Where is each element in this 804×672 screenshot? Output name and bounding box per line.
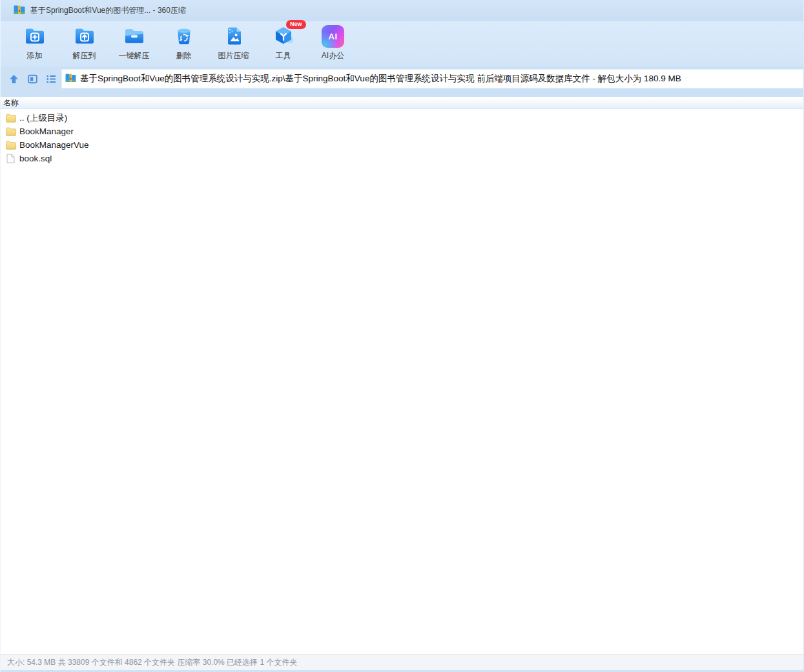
one-click-extract-button[interactable]: 一键解压 (109, 21, 159, 61)
folder-plus-icon (23, 24, 47, 48)
folder-oneclick-icon (122, 24, 147, 48)
toolbar-button-label: 解压到 (73, 50, 96, 61)
list-view-button[interactable] (45, 73, 57, 85)
add-button[interactable]: 添加 (10, 21, 59, 61)
path-field[interactable]: 基于SpringBoot和Vue的图书管理系统设计与实现.zip\基于Sprin… (61, 69, 803, 88)
folder-icon (5, 127, 16, 136)
file-name: .. (上级目录) (19, 112, 67, 124)
app-window: 基于SpringBoot和Vue的图书管理... - 360压缩 添加 (0, 0, 804, 672)
tools-button[interactable]: New 工具 (258, 21, 308, 61)
window-title: 基于SpringBoot和Vue的图书管理... - 360压缩 (30, 5, 186, 16)
folder-icon (5, 114, 16, 123)
toolbar-button-label: 添加 (27, 50, 43, 61)
delete-button[interactable]: 删除 (159, 21, 209, 61)
folder-view-button[interactable] (26, 73, 38, 85)
status-bar: 大小: 54.3 MB 共 33809 个文件和 4862 个文件夹 压缩率 3… (1, 654, 803, 670)
file-icon (5, 154, 16, 163)
list-item-file[interactable]: book.sql (1, 152, 803, 165)
title-bar: 基于SpringBoot和Vue的图书管理... - 360压缩 (1, 0, 803, 21)
address-bar: 基于SpringBoot和Vue的图书管理系统设计与实现.zip\基于Sprin… (1, 66, 803, 97)
toolbar-button-label: 一键解压 (119, 50, 150, 61)
file-name: BookManagerVue (19, 140, 89, 150)
zip-file-icon (65, 73, 76, 85)
status-text: 大小: 54.3 MB 共 33809 个文件和 4862 个文件夹 压缩率 3… (7, 657, 297, 668)
main-toolbar: 添加 解压到 一键解压 (1, 21, 803, 66)
toolbar-button-label: AI办公 (322, 50, 344, 61)
folder-icon (5, 141, 16, 150)
list-item-folder[interactable]: BookManager (1, 125, 803, 138)
image-compress-button[interactable]: 图片压缩 (209, 21, 258, 61)
file-name: BookManager (19, 127, 74, 136)
up-button[interactable] (8, 73, 19, 85)
file-name: book.sql (19, 154, 52, 163)
list-item-parent-dir[interactable]: .. (上级目录) (1, 111, 803, 125)
new-badge: New (286, 20, 306, 29)
ai-office-icon: AI (321, 24, 345, 48)
trash-recycle-icon (172, 24, 196, 48)
ai-office-button[interactable]: AI AI办公 (308, 21, 358, 61)
toolbar-button-label: 工具 (276, 50, 291, 61)
extract-to-button[interactable]: 解压到 (59, 21, 109, 61)
column-header-name[interactable]: 名称 (1, 97, 803, 109)
ai-chip-label: AI (329, 32, 338, 41)
nav-icons (1, 69, 61, 88)
column-header-label: 名称 (3, 97, 19, 108)
file-list: .. (上级目录) BookManager BookManagerVue (1, 109, 803, 654)
image-compress-icon (222, 24, 246, 48)
archive-path: 基于SpringBoot和Vue的图书管理系统设计与实现.zip\基于Sprin… (80, 73, 681, 85)
toolbar-button-label: 图片压缩 (218, 50, 249, 61)
toolbar-button-label: 删除 (176, 50, 192, 61)
folder-extract-icon (72, 24, 97, 48)
list-item-folder[interactable]: BookManagerVue (1, 138, 803, 152)
zip-file-icon (14, 5, 25, 17)
